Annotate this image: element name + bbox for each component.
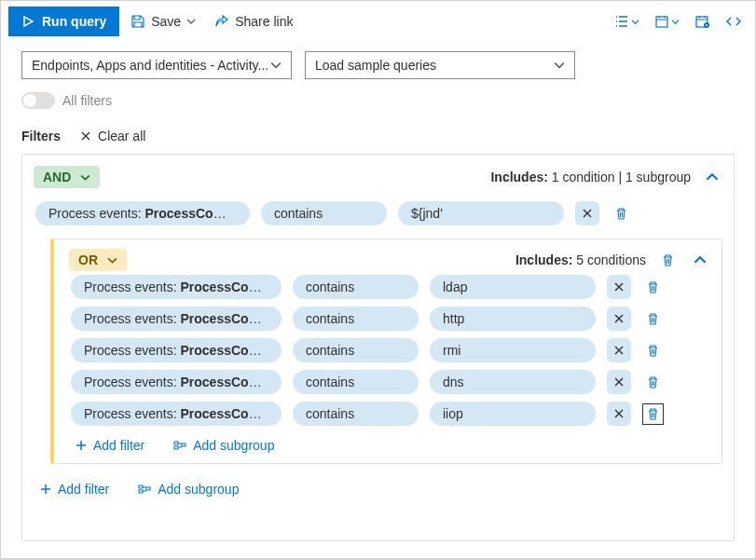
- source-dropdown[interactable]: Endpoints, Apps and identities - Activit…: [21, 51, 292, 79]
- share-icon: [214, 14, 229, 29]
- dropdown-row: Endpoints, Apps and identities - Activit…: [1, 42, 755, 87]
- save-label: Save: [151, 14, 181, 29]
- condition-operator-chip[interactable]: contains: [293, 370, 419, 394]
- condition-operator-chip[interactable]: contains: [293, 275, 419, 299]
- condition-value-chip[interactable]: ${jnd': [398, 201, 564, 225]
- filter-panel: AND Includes: 1 condition | 1 subgroup P…: [21, 154, 735, 541]
- delete-condition-button[interactable]: [642, 340, 664, 361]
- delete-condition-button[interactable]: [642, 403, 664, 425]
- close-icon: [79, 130, 92, 143]
- and-logic-label: AND: [43, 170, 71, 184]
- clear-all-label: Clear all: [98, 129, 145, 143]
- or-group-header: OR Includes: 5 conditions: [69, 249, 710, 271]
- chevron-down-icon: [107, 255, 117, 266]
- condition-value-chip[interactable]: rmi: [430, 338, 596, 362]
- toolbar: Run query Save Share link: [1, 1, 755, 42]
- filters-header: Filters Clear all: [1, 118, 755, 154]
- remove-condition-button[interactable]: [607, 307, 631, 331]
- and-includes-text: Includes: 1 condition | 1 subgroup: [490, 170, 691, 184]
- chevron-down-icon: [80, 172, 90, 183]
- condition-field-chip[interactable]: Process events: ProcessComman...: [71, 402, 282, 426]
- and-logic-pill[interactable]: AND: [34, 166, 100, 188]
- condition-value-chip[interactable]: ldap: [430, 275, 596, 299]
- delete-subgroup-button[interactable]: [657, 250, 679, 271]
- and-condition-row: Process events: ProcessComman... contain…: [34, 198, 722, 229]
- or-condition-row: Process events: ProcessComman... contain…: [69, 303, 710, 334]
- code-view-button[interactable]: [720, 8, 748, 34]
- share-link-button[interactable]: Share link: [207, 8, 300, 34]
- group-add-row: Add filter Add subgroup: [34, 473, 722, 498]
- share-label: Share link: [235, 14, 293, 29]
- condition-field-chip[interactable]: Process events: ProcessComman...: [71, 307, 282, 331]
- remove-condition-button[interactable]: [607, 370, 631, 394]
- chevron-down-icon: [186, 17, 196, 26]
- collapse-and-button[interactable]: [702, 167, 722, 187]
- remove-condition-button[interactable]: [575, 201, 599, 225]
- or-includes-text: Includes: 5 conditions: [515, 252, 646, 267]
- condition-field-chip[interactable]: Process events: ProcessComman...: [71, 275, 282, 299]
- delete-condition-button[interactable]: [642, 277, 664, 298]
- subgroup-add-row: Add filter Add subgroup: [69, 429, 710, 454]
- condition-value-chip[interactable]: dns: [430, 370, 596, 394]
- condition-field-chip[interactable]: Process events: ProcessComman...: [71, 370, 282, 394]
- list-view-button[interactable]: [609, 8, 645, 34]
- add-subgroup-button[interactable]: Add subgroup: [167, 437, 280, 454]
- source-dropdown-text: Endpoints, Apps and identities - Activit…: [32, 58, 268, 73]
- add-filter-button[interactable]: Add filter: [69, 437, 150, 454]
- condition-operator-chip[interactable]: contains: [261, 201, 387, 225]
- all-filters-toggle[interactable]: [21, 92, 55, 109]
- remove-condition-button[interactable]: [607, 338, 631, 362]
- all-filters-row: All filters: [1, 87, 755, 118]
- and-group-header: AND Includes: 1 condition | 1 subgroup: [34, 166, 722, 188]
- delete-condition-button[interactable]: [642, 372, 664, 393]
- sample-queries-text: Load sample queries: [315, 58, 436, 73]
- condition-field-chip[interactable]: Process events: ProcessComman...: [35, 201, 250, 225]
- condition-operator-chip[interactable]: contains: [293, 307, 419, 331]
- remove-condition-button[interactable]: [607, 275, 631, 299]
- clear-all-button[interactable]: Clear all: [74, 128, 151, 144]
- or-condition-row: Process events: ProcessComman... contain…: [69, 398, 710, 429]
- condition-operator-chip[interactable]: contains: [293, 402, 419, 426]
- collapse-or-button[interactable]: [690, 250, 710, 270]
- add-filter-button[interactable]: Add filter: [34, 481, 115, 498]
- play-icon: [21, 15, 34, 28]
- or-condition-row: Process events: ProcessComman... contain…: [69, 366, 710, 398]
- condition-operator-chip[interactable]: contains: [293, 338, 419, 362]
- chevron-down-icon: [554, 60, 565, 71]
- or-condition-row: Process events: ProcessComman... contain…: [69, 271, 710, 303]
- chevron-down-icon: [270, 60, 282, 71]
- condition-value-chip[interactable]: http: [430, 307, 596, 331]
- run-query-button[interactable]: Run query: [8, 7, 119, 36]
- add-subgroup-button[interactable]: Add subgroup: [131, 481, 244, 498]
- save-query-button[interactable]: [689, 8, 716, 35]
- sample-queries-dropdown[interactable]: Load sample queries: [305, 51, 575, 79]
- time-range-button[interactable]: [649, 8, 685, 34]
- condition-value-chip[interactable]: iiop: [430, 402, 596, 426]
- filters-title: Filters: [21, 129, 61, 143]
- save-icon: [131, 14, 145, 29]
- delete-condition-button[interactable]: [611, 203, 632, 225]
- or-condition-row: Process events: ProcessComman... contain…: [69, 334, 710, 366]
- all-filters-label: All filters: [62, 93, 112, 108]
- or-subgroup: OR Includes: 5 conditions Process events…: [50, 239, 722, 464]
- save-button[interactable]: Save: [123, 8, 203, 34]
- condition-field-chip[interactable]: Process events: ProcessComman...: [71, 338, 282, 362]
- or-logic-label: OR: [78, 252, 98, 267]
- svg-rect-0: [656, 17, 667, 27]
- delete-condition-button[interactable]: [642, 308, 664, 330]
- run-query-label: Run query: [42, 14, 106, 29]
- remove-condition-button[interactable]: [607, 402, 631, 426]
- or-logic-pill[interactable]: OR: [69, 249, 127, 271]
